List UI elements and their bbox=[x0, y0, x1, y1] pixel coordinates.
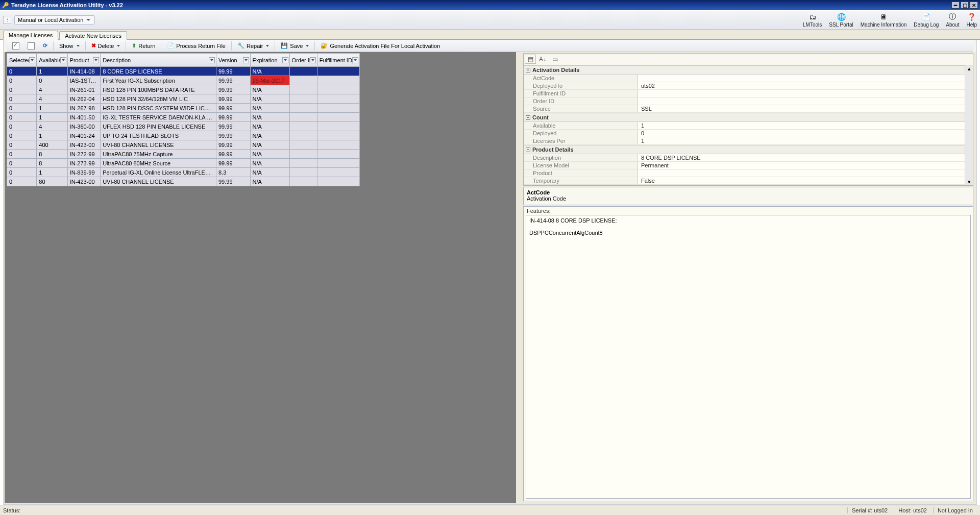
prop-row[interactable]: ActCode bbox=[524, 75, 973, 82]
wrench-icon: 🔧 bbox=[237, 42, 244, 49]
prop-category[interactable]: −Product Details bbox=[524, 145, 973, 154]
generate-button[interactable]: 🔐Generate Activation File For Local Acti… bbox=[317, 41, 444, 50]
tool-lmtools[interactable]: 🗂 LMTools bbox=[803, 12, 822, 28]
table-row[interactable]: 0 8 IN-272-99 UltraPAC80 75MHz Capture 9… bbox=[7, 150, 360, 159]
prop-key: Available bbox=[524, 122, 638, 129]
prop-value: 99.99 bbox=[638, 185, 973, 185]
table-row[interactable]: 0 80 IN-423-00 UVI-80 CHANNEL LICENSE 99… bbox=[7, 177, 360, 186]
property-help-desc: Activation Code bbox=[527, 195, 970, 202]
filter-dropdown-icon[interactable] bbox=[209, 57, 215, 63]
prop-row[interactable]: License Model Permanent bbox=[524, 162, 973, 169]
filter-dropdown-icon[interactable] bbox=[282, 57, 288, 63]
table-row[interactable]: 0 1 IN-401-50 IG-XL TESTER SERVICE DAEMO… bbox=[7, 113, 360, 122]
tool-ssl portal[interactable]: 🌐 SSL Portal bbox=[829, 12, 853, 28]
alpha-sort-button[interactable]: A↓ bbox=[537, 55, 548, 64]
scrollbar[interactable]: ▴▾ bbox=[965, 65, 973, 185]
key-icon: 🔐 bbox=[321, 42, 328, 49]
status-label: Status: bbox=[3, 507, 20, 513]
status-login: Not Logged In bbox=[933, 507, 977, 513]
collapse-icon: − bbox=[526, 148, 530, 152]
table-row[interactable]: 0 1 IN-839-99 Perpetual IG-XL Online Lic… bbox=[7, 168, 360, 177]
table-row[interactable]: 0 1 IN-267-98 HSD 128 PIN DSSC SYSTEM WI… bbox=[7, 104, 360, 113]
save-button[interactable]: 💾Save bbox=[277, 41, 312, 50]
tool-label: SSL Portal bbox=[829, 22, 853, 28]
table-row[interactable]: 0 4 IN-261-01 HSD 128 PIN 100MBPS DATA R… bbox=[7, 85, 360, 94]
tool-icon: 🖥 bbox=[878, 12, 889, 21]
col-header[interactable]: Version bbox=[216, 54, 250, 67]
prop-row[interactable]: Deployed 0 bbox=[524, 130, 973, 137]
prop-pages-button[interactable]: ▭ bbox=[549, 55, 560, 64]
prop-value: 1 bbox=[638, 122, 973, 129]
filter-dropdown-icon[interactable] bbox=[93, 57, 99, 63]
prop-key: ActCode bbox=[524, 75, 638, 82]
filter-dropdown-icon[interactable] bbox=[29, 57, 35, 63]
prop-key: Deployed bbox=[524, 130, 638, 137]
repair-button[interactable]: 🔧Repair bbox=[234, 41, 273, 50]
prop-row[interactable]: DeployedTo uts02 bbox=[524, 82, 973, 90]
activation-mode-dropdown[interactable]: Manual or Local Activation bbox=[14, 15, 95, 24]
filter-dropdown-icon[interactable] bbox=[60, 57, 66, 63]
return-button[interactable]: ⬆Return bbox=[128, 41, 159, 50]
prop-row[interactable]: Fulfillment ID bbox=[524, 90, 973, 97]
tab-activate new licenses[interactable]: Activate New Licenses bbox=[59, 31, 127, 40]
table-row[interactable]: 0 8 IN-273-99 UltraPAC80 80MHz Source 99… bbox=[7, 159, 360, 168]
col-header[interactable]: Description bbox=[101, 54, 216, 67]
filter-dropdown-icon[interactable] bbox=[310, 57, 316, 63]
col-header[interactable]: Selected bbox=[7, 54, 37, 67]
col-header[interactable]: Available bbox=[37, 54, 67, 67]
prop-key: Product bbox=[524, 169, 638, 177]
table-row[interactable]: 0 1 IN-401-24 UP TO 24 TESTHEAD SLOTS 99… bbox=[7, 131, 360, 140]
table-row[interactable]: 0 4 IN-360-00 UFLEX HSD 128 PIN ENABLE L… bbox=[7, 122, 360, 131]
prop-key: Order ID bbox=[524, 97, 638, 105]
refresh-button[interactable]: ⟳ bbox=[39, 41, 51, 50]
table-row[interactable]: 0 0 IAS-1ST-YR First Year IG-XL Subscrip… bbox=[7, 76, 360, 85]
tool-help[interactable]: ❓ Help bbox=[966, 12, 977, 28]
col-header[interactable]: Product bbox=[67, 54, 101, 67]
tool-about[interactable]: ⓘ About bbox=[946, 12, 959, 28]
prop-row[interactable]: Available 1 bbox=[524, 122, 973, 130]
tool-machine information[interactable]: 🖥 Machine Information bbox=[861, 12, 907, 28]
prop-value bbox=[638, 97, 973, 105]
filter-dropdown-icon[interactable] bbox=[243, 57, 249, 63]
show-button[interactable]: Show bbox=[56, 42, 83, 50]
uncheck-all-button[interactable] bbox=[24, 41, 38, 51]
status-serial: Serial #: uts02 bbox=[847, 507, 892, 513]
prop-row[interactable]: Version 99.99 bbox=[524, 185, 973, 185]
tab-manage licenses[interactable]: Manage Licenses bbox=[3, 31, 58, 40]
prop-row[interactable]: Temporary False bbox=[524, 177, 973, 185]
col-header[interactable]: Fulfillment ID bbox=[317, 54, 359, 67]
minimize-button[interactable]: ━ bbox=[951, 2, 960, 9]
prop-row[interactable]: Description 8 CORE DSP LICENSE bbox=[524, 154, 973, 162]
delete-button[interactable]: ✖Delete bbox=[88, 41, 124, 50]
col-header[interactable]: Order ID bbox=[289, 54, 317, 67]
maximize-button[interactable]: ▢ bbox=[961, 2, 969, 9]
col-header[interactable]: Expiration bbox=[250, 54, 289, 67]
prop-row[interactable]: Product bbox=[524, 169, 973, 177]
prop-category[interactable]: −Activation Details bbox=[524, 65, 973, 75]
strip-grip-icon: ⋮ bbox=[3, 16, 11, 24]
save-icon: 💾 bbox=[281, 42, 288, 49]
tool-icon: 🗂 bbox=[807, 12, 818, 21]
prop-row[interactable]: Licenses Per 1 bbox=[524, 137, 973, 145]
table-row[interactable]: 0 4 IN-262-04 HSD 128 PIN 32/64/128M VM … bbox=[7, 94, 360, 104]
refresh-icon: ⟳ bbox=[43, 42, 47, 49]
scroll-down-icon: ▾ bbox=[968, 179, 971, 185]
categorized-button[interactable]: ▤ bbox=[525, 55, 536, 64]
prop-key: Description bbox=[524, 154, 638, 161]
tool-icon: 🌐 bbox=[836, 12, 846, 21]
process-return-button[interactable]: 📄Process Return File bbox=[163, 41, 229, 50]
tool-label: Debug Log bbox=[914, 22, 939, 28]
check-all-button[interactable] bbox=[9, 41, 23, 51]
table-row[interactable]: 0 400 IN-423-00 UVI-80 CHANNEL LICENSE 9… bbox=[7, 140, 360, 150]
prop-row[interactable]: Source SSL bbox=[524, 105, 973, 113]
collapse-icon: − bbox=[526, 115, 530, 120]
license-table[interactable]: SelectedAvailableProductDescriptionVersi… bbox=[7, 53, 360, 186]
uncheck-icon bbox=[28, 42, 35, 50]
prop-row[interactable]: Order ID bbox=[524, 97, 973, 105]
prop-category[interactable]: −Count bbox=[524, 113, 973, 122]
tool-debug log[interactable]: 📄 Debug Log bbox=[914, 12, 939, 28]
up-arrow-icon: ⬆ bbox=[132, 42, 136, 49]
close-button[interactable]: ✕ bbox=[970, 2, 978, 9]
table-row[interactable]: 0 1 IN-414-08 8 CORE DSP LICENSE 99.99 N… bbox=[7, 67, 360, 76]
filter-dropdown-icon[interactable] bbox=[352, 57, 358, 63]
